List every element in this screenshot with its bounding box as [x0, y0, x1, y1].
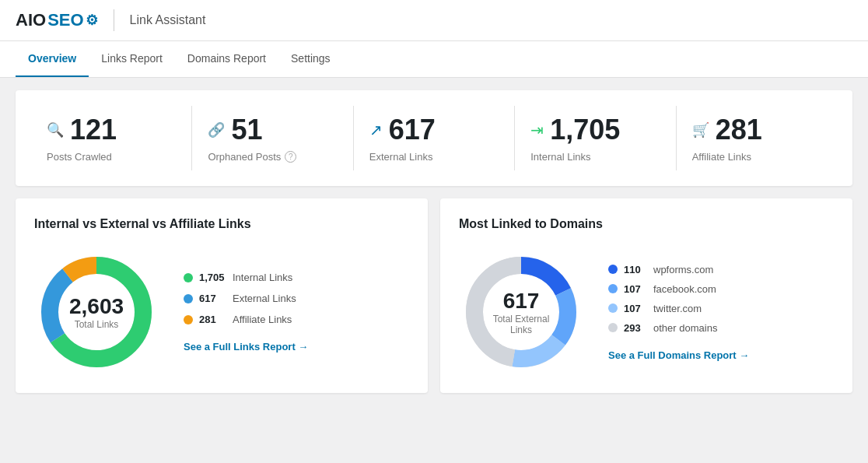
nav-item-links-report[interactable]: Links Report: [89, 41, 175, 77]
stat-external-links: ↗ 617 External Links: [353, 106, 514, 170]
domain-dot-wpforms: [608, 265, 618, 274]
logo-text: AIO: [16, 10, 46, 30]
legend-dot-affiliate: [184, 315, 193, 324]
affiliate-links-label: Affiliate Links: [692, 151, 751, 163]
domain-item-other: 293 other domains: [608, 322, 749, 334]
legend-dot-external: [184, 294, 193, 303]
left-legend-area: 1,705 Internal Links 617 External Links …: [184, 272, 308, 353]
domain-count-facebook: 107: [624, 283, 647, 295]
left-chart-card: Internal vs External vs Affiliate Links: [16, 198, 428, 393]
left-total-number: 2,603: [69, 294, 124, 319]
orphaned-posts-icon: 🔗: [208, 121, 225, 139]
affiliate-links-icon: 🛒: [692, 121, 709, 139]
header: AIOSEO⚙ Link Assistant: [0, 0, 868, 41]
domain-count-twitter: 107: [624, 303, 647, 314]
domain-count-wpforms: 110: [624, 264, 647, 275]
domain-dot-twitter: [608, 303, 618, 313]
nav-item-domains-report[interactable]: Domains Report: [175, 41, 278, 77]
domain-item-twitter: 107 twitter.com: [608, 303, 749, 314]
orphaned-posts-label: Orphaned Posts ?: [208, 151, 296, 163]
legend-text-internal: Internal Links: [233, 272, 292, 283]
charts-row: Internal vs External vs Affiliate Links: [16, 198, 852, 393]
legend-count-internal: 1,705: [199, 272, 226, 283]
left-chart-content: 2,603 Total Links 1,705 Internal Links: [34, 250, 409, 374]
logo-gear: SEO: [47, 10, 83, 30]
stat-internal-links: ⇥ 1,705 Internal Links: [514, 106, 675, 170]
right-chart-content: 617 Total External Links 110 wpforms.com: [459, 250, 834, 374]
external-links-label: External Links: [369, 151, 433, 163]
nav-item-overview[interactable]: Overview: [16, 41, 89, 77]
right-total-number: 617: [490, 289, 552, 314]
see-full-domains-report-link[interactable]: See a Full Domains Report →: [608, 349, 749, 361]
legend-external: 617 External Links: [184, 293, 308, 304]
domain-item-wpforms: 110 wpforms.com: [608, 264, 749, 275]
affiliate-links-number: 281: [716, 114, 762, 146]
legend-internal: 1,705 Internal Links: [184, 272, 308, 283]
left-donut-wrapper: 2,603 Total Links: [34, 250, 159, 374]
stat-affiliate-links: 🛒 281 Affiliate Links: [676, 106, 837, 170]
domain-legend: 110 wpforms.com 107 facebook.com 107 twi…: [608, 264, 749, 334]
see-full-links-report-link[interactable]: See a Full Links Report →: [184, 341, 308, 353]
domain-dot-other: [608, 323, 618, 332]
external-links-icon: ↗: [369, 121, 383, 139]
internal-links-label: Internal Links: [530, 151, 590, 163]
stat-number-row-4: ⇥ 1,705: [530, 114, 620, 146]
stat-number-row-5: 🛒 281: [692, 114, 762, 146]
posts-crawled-icon: 🔍: [47, 121, 64, 139]
legend-affiliate: 281 Affiliate Links: [184, 314, 308, 325]
internal-links-number: 1,705: [550, 114, 620, 146]
legend-count-affiliate: 281: [199, 314, 226, 325]
orphaned-posts-help[interactable]: ?: [285, 151, 296, 163]
left-legend: 1,705 Internal Links 617 External Links …: [184, 272, 308, 325]
right-chart-card: Most Linked to Domains: [440, 198, 852, 393]
internal-links-icon: ⇥: [530, 121, 544, 139]
domain-name-facebook: facebook.com: [653, 283, 716, 295]
left-donut-center: 2,603 Total Links: [69, 294, 124, 330]
legend-count-external: 617: [199, 293, 226, 304]
orphaned-posts-number: 51: [231, 114, 262, 146]
posts-crawled-label: Posts Crawled: [47, 151, 112, 163]
stat-orphaned-posts: 🔗 51 Orphaned Posts ?: [191, 106, 352, 170]
stat-number-row-3: ↗ 617: [369, 114, 436, 146]
right-donut-wrapper: 617 Total External Links: [459, 250, 583, 374]
domain-dot-facebook: [608, 284, 618, 293]
right-total-label: Total External Links: [490, 314, 552, 335]
right-chart-title: Most Linked to Domains: [459, 217, 834, 231]
logo-icon: ⚙: [86, 12, 98, 29]
legend-text-affiliate: Affiliate Links: [233, 314, 292, 325]
domain-name-other: other domains: [653, 322, 717, 334]
stat-posts-crawled: 🔍 121 Posts Crawled: [31, 106, 191, 170]
left-total-label: Total Links: [69, 319, 124, 330]
app-subtitle: Link Assistant: [130, 13, 206, 27]
right-legend-area: 110 wpforms.com 107 facebook.com 107 twi…: [608, 264, 749, 361]
left-chart-title: Internal vs External vs Affiliate Links: [34, 217, 409, 231]
logo-divider: [114, 9, 114, 31]
legend-dot-internal: [184, 273, 193, 282]
legend-text-external: External Links: [233, 293, 296, 304]
domain-count-other: 293: [624, 322, 647, 334]
right-donut-center: 617 Total External Links: [490, 289, 552, 335]
main-content: 🔍 121 Posts Crawled 🔗 51 Orphaned Posts …: [0, 78, 868, 405]
domain-name-wpforms: wpforms.com: [653, 264, 713, 275]
nav-bar: Overview Links Report Domains Report Set…: [0, 41, 868, 78]
domain-name-twitter: twitter.com: [653, 303, 702, 314]
stat-number-row-2: 🔗 51: [208, 114, 262, 146]
nav-item-settings[interactable]: Settings: [278, 41, 343, 77]
stats-card: 🔍 121 Posts Crawled 🔗 51 Orphaned Posts …: [16, 90, 852, 186]
external-links-number: 617: [389, 114, 436, 146]
logo: AIOSEO⚙: [16, 10, 98, 30]
stat-number-row-1: 🔍 121: [47, 114, 117, 146]
domain-item-facebook: 107 facebook.com: [608, 283, 749, 295]
posts-crawled-number: 121: [70, 114, 117, 146]
